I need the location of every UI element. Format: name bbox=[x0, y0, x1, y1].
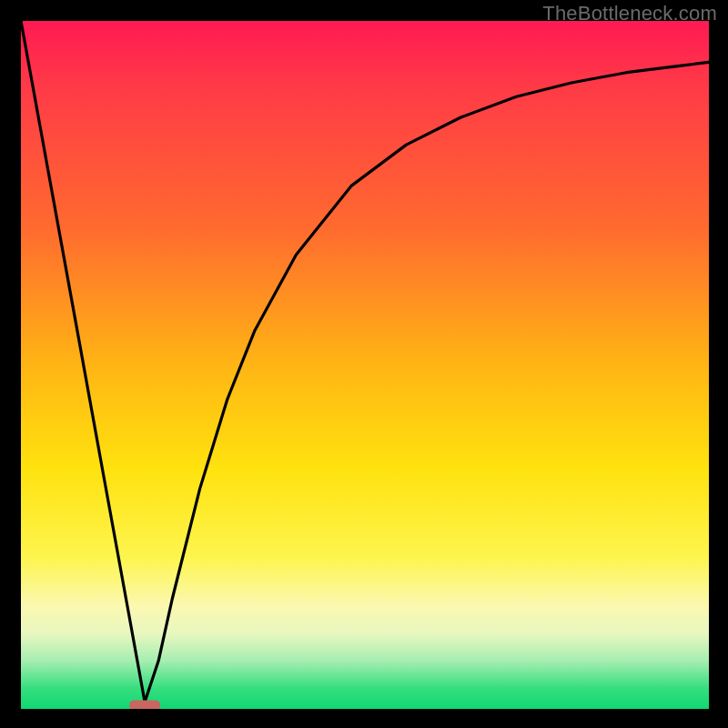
bottleneck-curve bbox=[21, 21, 709, 702]
minimum-marker bbox=[129, 701, 160, 710]
chart-frame: TheBottleneck.com bbox=[0, 0, 728, 728]
curve-layer bbox=[21, 21, 709, 709]
plot-area bbox=[21, 21, 709, 709]
watermark-text: TheBottleneck.com bbox=[542, 2, 717, 25]
